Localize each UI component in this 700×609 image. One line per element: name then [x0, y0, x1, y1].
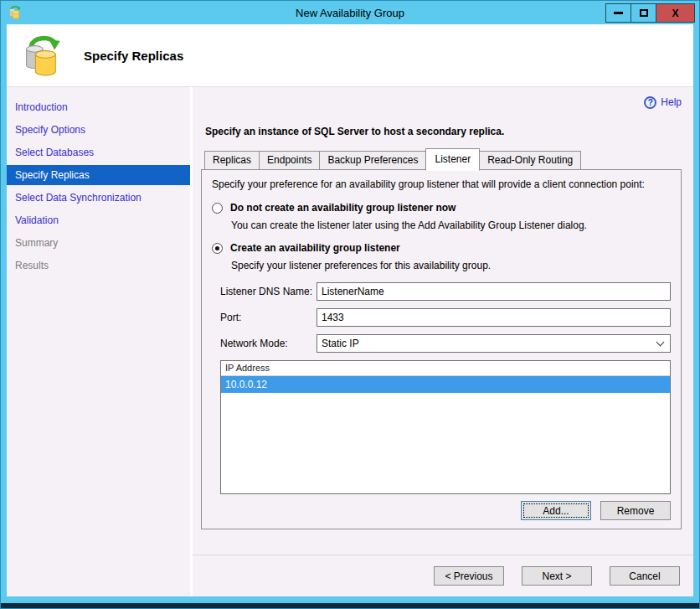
network-mode-label: Network Mode:	[220, 338, 317, 349]
help-link[interactable]: ? Help	[644, 94, 682, 111]
sidebar-item-select-data-synchronization[interactable]: Select Data Synchronization	[7, 188, 190, 208]
close-button[interactable]: X	[656, 4, 694, 22]
new-availability-group-window: New Availability Group X Specify Replica…	[0, 0, 700, 609]
replicas-header-icon	[20, 34, 64, 77]
tab-listener[interactable]: Listener	[425, 148, 480, 171]
dns-name-label: Listener DNS Name:	[220, 286, 317, 297]
option-create-listener-label: Create an availability group listener	[230, 242, 400, 254]
tab-endpoints[interactable]: Endpoints	[259, 151, 320, 170]
tab-strip: Replicas Endpoints Backup Preferences Li…	[201, 148, 682, 170]
maximize-icon	[640, 9, 648, 17]
minimize-button[interactable]	[606, 4, 631, 22]
network-mode-select[interactable]: Static IP	[317, 334, 671, 353]
window-controls: X	[605, 3, 695, 23]
tab-replicas[interactable]: Replicas	[204, 151, 260, 170]
radio-create-listener[interactable]: Create an availability group listener	[212, 242, 671, 254]
window-title: New Availability Group	[1, 7, 699, 19]
radio-checked-icon[interactable]	[212, 243, 223, 254]
port-input[interactable]	[317, 308, 671, 327]
option-no-listener-description: You can create the listener later using …	[231, 219, 671, 231]
dns-name-input[interactable]	[317, 282, 671, 301]
sidebar-item-specify-replicas[interactable]: Specify Replicas	[7, 165, 190, 185]
listener-tab-panel: Specify your preference for an availabil…	[201, 169, 682, 529]
add-button[interactable]: Add...	[521, 501, 591, 520]
sidebar-item-summary: Summary	[7, 233, 190, 253]
ip-address-column-header[interactable]: IP Address	[221, 361, 670, 376]
help-icon: ?	[644, 96, 656, 109]
availability-group-app-icon	[8, 5, 22, 19]
sidebar-item-validation[interactable]: Validation	[7, 210, 190, 230]
main-column: ? Help Specify an instance of SQL Server…	[193, 87, 693, 596]
wizard-header: Specify Replicas	[7, 24, 693, 87]
radio-unchecked-icon[interactable]	[212, 203, 223, 214]
cancel-button[interactable]: Cancel	[610, 566, 680, 586]
remove-button[interactable]: Remove	[600, 501, 671, 520]
help-label: Help	[661, 96, 682, 108]
page-title: Specify Replicas	[84, 49, 183, 63]
ip-address-list: IP Address 10.0.0.12	[220, 360, 671, 494]
titlebar[interactable]: New Availability Group X	[1, 1, 699, 24]
wizard-footer: < Previous Next > Cancel	[193, 555, 693, 596]
minimize-icon	[614, 12, 623, 14]
next-button[interactable]: Next >	[522, 566, 592, 586]
tab-backup-preferences[interactable]: Backup Preferences	[319, 151, 426, 170]
main-content: ? Help Specify an instance of SQL Server…	[193, 87, 693, 555]
ip-address-row[interactable]: 10.0.0.12	[221, 376, 670, 393]
chevron-down-icon	[656, 338, 665, 347]
wizard-body: Introduction Specify Options Select Data…	[7, 87, 693, 596]
previous-button[interactable]: < Previous	[434, 566, 504, 586]
instruction-text: Specify an instance of SQL Server to hos…	[205, 126, 682, 137]
wizard-steps-sidebar: Introduction Specify Options Select Data…	[7, 87, 193, 596]
maximize-button[interactable]	[631, 4, 656, 22]
option-create-listener: Create an availability group listener Sp…	[212, 242, 671, 271]
option-no-listener-label: Do not create an availability group list…	[230, 202, 456, 214]
window-frame-bottom	[1, 603, 699, 608]
wizard-dialog: Specify Replicas Introduction Specify Op…	[7, 24, 693, 596]
ip-list-buttons: Add... Remove	[212, 501, 671, 520]
tab-read-only-routing[interactable]: Read-Only Routing	[479, 151, 581, 170]
listener-fields: Listener DNS Name: Port: Network Mode:	[220, 282, 671, 353]
sidebar-item-select-databases[interactable]: Select Databases	[7, 142, 190, 163]
option-no-listener: Do not create an availability group list…	[212, 202, 671, 231]
option-create-listener-description: Specify your listener preferences for th…	[231, 260, 671, 271]
sidebar-item-results: Results	[7, 255, 190, 276]
sidebar-item-introduction[interactable]: Introduction	[7, 97, 190, 117]
network-mode-value: Static IP	[322, 338, 359, 349]
listener-intro-text: Specify your preference for an availabil…	[212, 178, 671, 190]
radio-no-listener[interactable]: Do not create an availability group list…	[212, 202, 671, 214]
sidebar-item-specify-options[interactable]: Specify Options	[7, 120, 190, 140]
port-label: Port:	[220, 312, 317, 323]
